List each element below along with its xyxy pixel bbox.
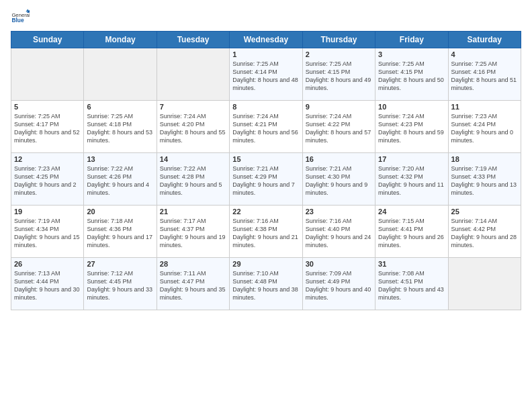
day-info: Sunrise: 7:08 AMSunset: 4:51 PMDaylight:… [378,269,445,302]
day-number: 21 [160,208,226,216]
day-info: Sunrise: 7:23 AMSunset: 4:24 PMDaylight:… [451,112,518,145]
day-number: 25 [451,208,518,216]
day-number: 27 [87,260,153,268]
calendar-table: SundayMondayTuesdayWednesdayThursdayFrid… [11,31,521,310]
calendar-cell: 21Sunrise: 7:17 AMSunset: 4:37 PMDayligh… [157,205,229,258]
day-header-monday: Monday [84,32,157,48]
calendar-cell: 23Sunrise: 7:16 AMSunset: 4:40 PMDayligh… [302,205,375,258]
logo-icon: General Blue [11,8,30,27]
day-info: Sunrise: 7:20 AMSunset: 4:32 PMDaylight:… [378,165,445,197]
week-row-2: 5Sunrise: 7:25 AMSunset: 4:17 PMDaylight… [11,101,521,153]
calendar-cell: 30Sunrise: 7:09 AMSunset: 4:49 PMDayligh… [302,258,375,310]
day-number: 17 [378,155,445,163]
day-info: Sunrise: 7:12 AMSunset: 4:45 PMDaylight:… [87,269,153,302]
day-number: 29 [232,260,299,268]
day-number: 15 [232,155,299,163]
calendar-cell: 7Sunrise: 7:24 AMSunset: 4:20 PMDaylight… [157,101,229,153]
day-info: Sunrise: 7:25 AMSunset: 4:14 PMDaylight:… [232,60,299,93]
calendar-cell: 8Sunrise: 7:24 AMSunset: 4:21 PMDaylight… [230,101,302,153]
calendar-cell: 25Sunrise: 7:14 AMSunset: 4:42 PMDayligh… [448,205,521,258]
calendar-cell: 11Sunrise: 7:23 AMSunset: 4:24 PMDayligh… [448,101,521,153]
day-number: 3 [378,50,445,58]
day-info: Sunrise: 7:22 AMSunset: 4:28 PMDaylight:… [160,165,226,197]
day-number: 9 [306,103,372,111]
day-header-tuesday: Tuesday [157,32,229,48]
day-info: Sunrise: 7:13 AMSunset: 4:44 PMDaylight:… [14,269,81,302]
week-row-1: 1Sunrise: 7:25 AMSunset: 4:14 PMDaylight… [11,48,521,101]
calendar-cell: 27Sunrise: 7:12 AMSunset: 4:45 PMDayligh… [84,258,157,310]
day-info: Sunrise: 7:21 AMSunset: 4:30 PMDaylight:… [306,165,372,197]
day-header-sunday: Sunday [11,32,84,48]
header-row: SundayMondayTuesdayWednesdayThursdayFrid… [11,32,521,48]
calendar-cell: 16Sunrise: 7:21 AMSunset: 4:30 PMDayligh… [302,153,375,205]
day-number: 18 [451,155,518,163]
day-header-wednesday: Wednesday [230,32,302,48]
svg-text:Blue: Blue [11,17,24,24]
day-number: 23 [306,208,372,216]
calendar-cell: 31Sunrise: 7:08 AMSunset: 4:51 PMDayligh… [375,258,448,310]
calendar-cell: 10Sunrise: 7:24 AMSunset: 4:23 PMDayligh… [375,101,448,153]
calendar-cell: 3Sunrise: 7:25 AMSunset: 4:15 PMDaylight… [375,48,448,101]
day-number: 19 [14,208,81,216]
week-row-3: 12Sunrise: 7:23 AMSunset: 4:25 PMDayligh… [11,153,521,205]
day-number: 24 [378,208,445,216]
calendar-cell: 22Sunrise: 7:16 AMSunset: 4:38 PMDayligh… [230,205,302,258]
day-info: Sunrise: 7:18 AMSunset: 4:36 PMDaylight:… [87,217,153,250]
calendar-cell: 26Sunrise: 7:13 AMSunset: 4:44 PMDayligh… [11,258,84,310]
calendar-cell [157,48,229,101]
day-info: Sunrise: 7:25 AMSunset: 4:17 PMDaylight:… [14,112,81,145]
day-info: Sunrise: 7:19 AMSunset: 4:34 PMDaylight:… [14,217,81,250]
day-info: Sunrise: 7:10 AMSunset: 4:48 PMDaylight:… [232,269,299,302]
day-number: 31 [378,260,445,268]
day-number: 5 [14,103,81,111]
logo: General Blue [11,8,30,27]
calendar-cell [84,48,157,101]
day-info: Sunrise: 7:19 AMSunset: 4:33 PMDaylight:… [451,165,518,197]
calendar-cell [11,48,84,101]
calendar-cell: 5Sunrise: 7:25 AMSunset: 4:17 PMDaylight… [11,101,84,153]
day-number: 13 [87,155,153,163]
day-number: 8 [232,103,299,111]
calendar-cell: 4Sunrise: 7:25 AMSunset: 4:16 PMDaylight… [448,48,521,101]
week-row-5: 26Sunrise: 7:13 AMSunset: 4:44 PMDayligh… [11,258,521,310]
day-header-friday: Friday [375,32,448,48]
day-number: 20 [87,208,153,216]
day-header-thursday: Thursday [302,32,375,48]
calendar-cell: 28Sunrise: 7:11 AMSunset: 4:47 PMDayligh… [157,258,229,310]
day-number: 30 [306,260,372,268]
day-number: 1 [232,50,299,58]
day-info: Sunrise: 7:16 AMSunset: 4:40 PMDaylight:… [306,217,372,250]
day-info: Sunrise: 7:17 AMSunset: 4:37 PMDaylight:… [160,217,226,250]
day-number: 4 [451,50,518,58]
calendar-cell: 13Sunrise: 7:22 AMSunset: 4:26 PMDayligh… [84,153,157,205]
day-info: Sunrise: 7:24 AMSunset: 4:21 PMDaylight:… [232,112,299,145]
calendar-cell: 15Sunrise: 7:21 AMSunset: 4:29 PMDayligh… [230,153,302,205]
day-info: Sunrise: 7:14 AMSunset: 4:42 PMDaylight:… [451,217,518,250]
day-number: 22 [232,208,299,216]
calendar-cell: 12Sunrise: 7:23 AMSunset: 4:25 PMDayligh… [11,153,84,205]
day-info: Sunrise: 7:15 AMSunset: 4:41 PMDaylight:… [378,217,445,250]
day-info: Sunrise: 7:24 AMSunset: 4:22 PMDaylight:… [306,112,372,145]
day-number: 2 [306,50,372,58]
day-number: 26 [14,260,81,268]
day-info: Sunrise: 7:25 AMSunset: 4:15 PMDaylight:… [378,60,445,93]
calendar-cell: 14Sunrise: 7:22 AMSunset: 4:28 PMDayligh… [157,153,229,205]
day-info: Sunrise: 7:21 AMSunset: 4:29 PMDaylight:… [232,165,299,197]
day-number: 11 [451,103,518,111]
calendar-cell: 9Sunrise: 7:24 AMSunset: 4:22 PMDaylight… [302,101,375,153]
day-info: Sunrise: 7:25 AMSunset: 4:15 PMDaylight:… [306,60,372,93]
calendar-cell: 29Sunrise: 7:10 AMSunset: 4:48 PMDayligh… [230,258,302,310]
calendar-cell: 18Sunrise: 7:19 AMSunset: 4:33 PMDayligh… [448,153,521,205]
calendar-cell: 1Sunrise: 7:25 AMSunset: 4:14 PMDaylight… [230,48,302,101]
day-number: 14 [160,155,226,163]
day-header-saturday: Saturday [448,32,521,48]
day-info: Sunrise: 7:25 AMSunset: 4:18 PMDaylight:… [87,112,153,145]
day-number: 6 [87,103,153,111]
calendar-cell: 24Sunrise: 7:15 AMSunset: 4:41 PMDayligh… [375,205,448,258]
page-container: General Blue SundayMondayTuesdayWednesda… [0,0,532,316]
calendar-cell: 17Sunrise: 7:20 AMSunset: 4:32 PMDayligh… [375,153,448,205]
day-number: 16 [306,155,372,163]
day-number: 12 [14,155,81,163]
week-row-4: 19Sunrise: 7:19 AMSunset: 4:34 PMDayligh… [11,205,521,258]
day-info: Sunrise: 7:09 AMSunset: 4:49 PMDaylight:… [306,269,372,302]
